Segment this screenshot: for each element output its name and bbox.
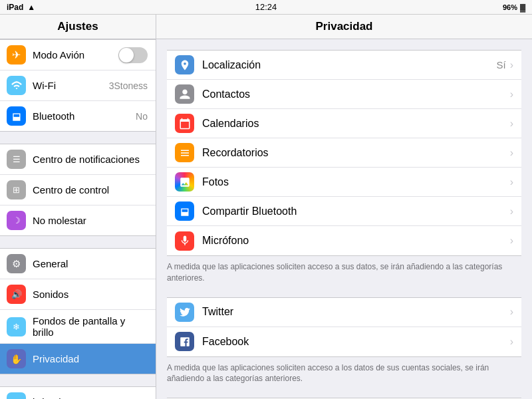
compartir-bt-label: Compartir Bluetooth [202, 205, 510, 217]
wifi-status-icon: ▲ [27, 3, 35, 12]
sidebar-item-general[interactable]: ⚙ General [0, 249, 156, 279]
localizacion-value: Sí [496, 59, 505, 70]
facebook-label: Facebook [202, 336, 510, 348]
wallpaper-icon: ❄ [7, 317, 26, 336]
twitter-chevron: › [510, 306, 513, 318]
right-panel: Privacidad Localización Sí › Contactos › [156, 15, 532, 399]
status-left: iPad ▲ [7, 3, 35, 12]
sidebar-item-icloud[interactable]: ☁ iCloud [0, 387, 156, 399]
sidebar-gap-3 [0, 374, 156, 386]
contactos-chevron: › [510, 88, 513, 100]
ipad-label: iPad [7, 3, 23, 12]
hand-icon: ✋ [7, 349, 26, 368]
sidebar-item-control-center[interactable]: ⊞ Centro de control [0, 175, 156, 205]
localizacion-chevron: › [510, 59, 513, 71]
location-icon [175, 55, 194, 74]
mic-icon [175, 231, 194, 251]
sidebar-section-services: ☁ iCloud ✉ Correo, contactos, calend. 📋 … [0, 386, 156, 399]
sonidos-label: Sonidos [33, 289, 148, 300]
gear-icon: ⚙ [7, 254, 26, 273]
right-item-recordatorios[interactable]: Recordatorios › [167, 138, 521, 168]
social-items-section: Twitter › Facebook › [167, 297, 521, 357]
sidebar: Ajustes ✈ Modo Avión Wi-Fi 3Stoness ⬓ Bl… [0, 15, 156, 399]
bluetooth-label: Bluetooth [33, 110, 136, 122]
wifi-label: Wi-Fi [33, 80, 109, 91]
right-item-calendarios[interactable]: Calendarios › [167, 109, 521, 138]
sidebar-item-fondos[interactable]: ❄ Fondos de pantalla y brillo [0, 310, 156, 344]
right-item-facebook[interactable]: Facebook › [167, 327, 521, 356]
sidebar-item-notif-center[interactable]: ☰ Centro de notificaciones [0, 144, 156, 175]
twitter-label: Twitter [202, 306, 510, 318]
control-center-icon: ⊞ [7, 180, 26, 200]
sidebar-item-privacidad[interactable]: ✋ Privacidad [0, 344, 156, 374]
sidebar-item-sonidos[interactable]: 🔊 Sonidos [0, 279, 156, 310]
fondos-label: Fondos de pantalla y brillo [33, 315, 148, 338]
microfono-chevron: › [510, 235, 513, 247]
bluetooth-icon: ⬓ [7, 106, 26, 126]
sidebar-item-bluetooth[interactable]: ⬓ Bluetooth No [0, 101, 156, 131]
recordatorios-label: Recordatorios [202, 147, 510, 159]
right-item-compartir-bt[interactable]: ⬓ Compartir Bluetooth › [167, 197, 521, 226]
sidebar-title: Ajustes [0, 15, 156, 39]
sidebar-section-notifications: ☰ Centro de notificaciones ⊞ Centro de c… [0, 144, 156, 236]
modo-avion-toggle[interactable] [118, 47, 148, 63]
toggle-knob [119, 48, 134, 63]
recordatorios-chevron: › [510, 147, 513, 159]
notification-icon: ☰ [7, 150, 26, 169]
bluetooth-value: No [136, 111, 148, 122]
calendarios-chevron: › [510, 118, 513, 130]
modo-avion-label: Modo Avión [33, 49, 118, 61]
bluetooth2-icon: ⬓ [175, 201, 194, 221]
right-item-fotos[interactable]: Fotos › [167, 168, 521, 197]
no-molestar-label: No molestar [33, 215, 148, 226]
status-time: 12:24 [255, 2, 277, 12]
compartir-bt-chevron: › [510, 205, 513, 217]
reminder-icon [175, 143, 194, 162]
sidebar-item-modo-avion[interactable]: ✈ Modo Avión [0, 40, 156, 70]
general-label: General [33, 258, 148, 269]
sidebar-item-wifi[interactable]: Wi-Fi 3Stoness [0, 70, 156, 101]
right-item-contactos[interactable]: Contactos › [167, 80, 521, 109]
sidebar-section-top: ✈ Modo Avión Wi-Fi 3Stoness ⬓ Bluetooth … [0, 39, 156, 132]
right-item-twitter[interactable]: Twitter › [167, 298, 521, 327]
facebook-icon [175, 332, 194, 351]
facebook-chevron: › [510, 336, 513, 348]
social-info-text: A medida que las aplicaciones soliciten … [156, 357, 532, 393]
battery-icon: ▓ [520, 3, 525, 11]
notif-center-label: Centro de notificaciones [33, 154, 148, 165]
main-layout: Ajustes ✈ Modo Avión Wi-Fi 3Stoness ⬓ Bl… [0, 15, 532, 399]
right-item-microfono[interactable]: Micrófono › [167, 226, 521, 255]
fotos-chevron: › [510, 176, 513, 188]
icloud-label: iCloud [33, 396, 148, 399]
control-center-label: Centro de control [33, 184, 148, 196]
battery-percent: 96% [503, 3, 517, 11]
status-bar: iPad ▲ 12:24 96% ▓ [0, 0, 532, 15]
calendarios-label: Calendarios [202, 118, 510, 130]
privacy-items-section: Localización Sí › Contactos › Calendario… [167, 50, 521, 256]
contacts-icon [175, 84, 194, 104]
airplane-icon: ✈ [7, 45, 26, 65]
sidebar-section-general: ⚙ General 🔊 Sonidos ❄ Fondos de pantalla… [0, 248, 156, 374]
privacy-info-text: A medida que las aplicaciones soliciten … [156, 256, 532, 292]
status-right: 96% ▓ [503, 3, 525, 11]
sidebar-gap-1 [0, 132, 156, 144]
right-item-localizacion[interactable]: Localización Sí › [167, 51, 521, 80]
sound-icon: 🔊 [7, 285, 26, 304]
photos-icon [175, 172, 194, 192]
contactos-label: Contactos [202, 88, 510, 100]
right-panel-title: Privacidad [156, 15, 532, 39]
sidebar-item-no-molestar[interactable]: ☽ No molestar [0, 205, 156, 235]
calendar-icon [175, 114, 194, 133]
wifi-value: 3Stoness [109, 80, 148, 91]
sidebar-gap-2 [0, 236, 156, 248]
moon-icon: ☽ [7, 211, 26, 230]
twitter-icon [175, 303, 194, 322]
localizacion-label: Localización [202, 59, 496, 71]
wifi-icon [7, 76, 26, 95]
microfono-label: Micrófono [202, 235, 510, 247]
privacidad-label: Privacidad [33, 353, 148, 364]
fotos-label: Fotos [202, 176, 510, 188]
cloud-icon: ☁ [7, 392, 26, 399]
